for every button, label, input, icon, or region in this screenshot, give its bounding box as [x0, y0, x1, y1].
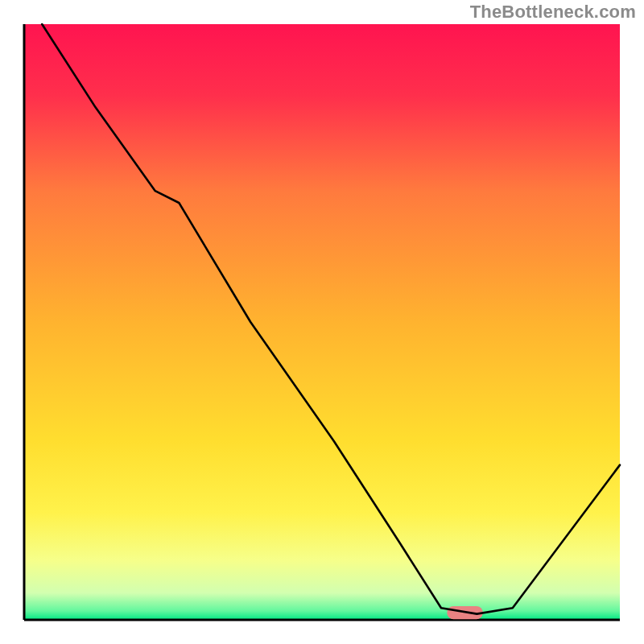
bottleneck-chart [0, 0, 644, 644]
chart-container: TheBottleneck.com [0, 0, 644, 644]
watermark-text: TheBottleneck.com [470, 2, 636, 23]
plot-background [24, 24, 620, 620]
